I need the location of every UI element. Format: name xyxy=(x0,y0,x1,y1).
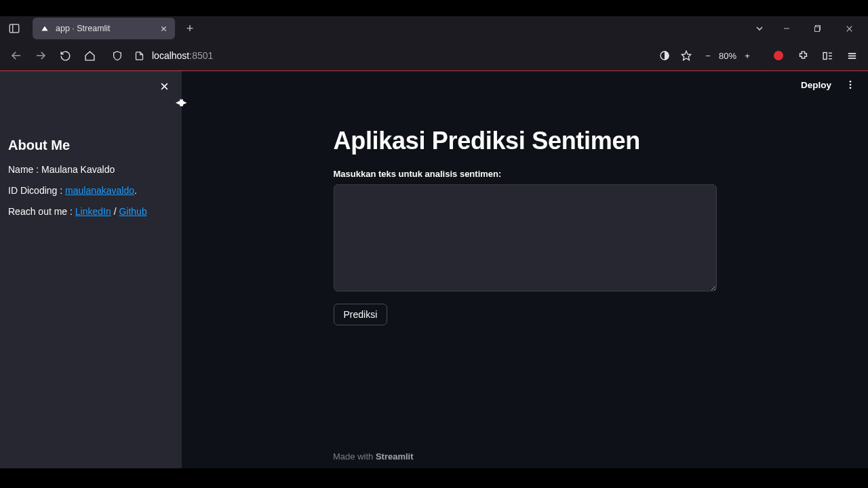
streamlit-main: Deploy Aplikasi Prediksi Sentimen Masukk… xyxy=(182,71,868,468)
svg-rect-6 xyxy=(815,27,820,32)
linkedin-link[interactable]: LinkedIn xyxy=(75,206,111,217)
bookmark-icon[interactable] xyxy=(677,46,696,65)
home-button[interactable] xyxy=(79,45,100,66)
extensions-icon[interactable] xyxy=(792,45,814,66)
url-text: localhost:8501 xyxy=(152,50,213,61)
back-button[interactable] xyxy=(5,45,27,66)
new-tab-button[interactable]: + xyxy=(180,19,199,38)
sidebar-heading: About Me xyxy=(8,138,171,153)
sentiment-textarea[interactable] xyxy=(334,184,717,291)
svg-point-22 xyxy=(850,81,852,83)
streamlit-favicon-icon xyxy=(39,23,50,34)
close-tab-icon[interactable] xyxy=(157,22,170,35)
close-window-button[interactable] xyxy=(834,18,864,39)
svg-point-24 xyxy=(850,87,852,89)
zoom-controls: − 80% + xyxy=(698,46,757,65)
zoom-out-button[interactable]: − xyxy=(698,46,717,65)
textarea-label: Masukkan teks untuk analisis sentimen: xyxy=(334,169,717,179)
reload-button[interactable] xyxy=(54,45,76,66)
deploy-button[interactable]: Deploy xyxy=(795,77,837,93)
streamlit-sidebar: ◂▮▸ About Me Name : Maulana Kavaldo ID D… xyxy=(0,71,182,468)
account-icon[interactable] xyxy=(816,45,838,66)
window-sidebar-icon[interactable] xyxy=(4,18,24,39)
sidebar-name: Name : Maulana Kavaldo xyxy=(8,163,171,177)
site-info-icon[interactable] xyxy=(130,47,148,64)
streamlit-menu-icon[interactable] xyxy=(842,77,859,93)
svg-point-23 xyxy=(850,84,852,86)
zoom-in-button[interactable]: + xyxy=(738,46,757,65)
sidebar-reach: Reach out me : LinkedIn / Github xyxy=(8,205,171,219)
github-link[interactable]: Github xyxy=(119,206,146,217)
forward-button[interactable] xyxy=(30,45,52,66)
app-menu-icon[interactable] xyxy=(841,45,863,66)
tabs-dropdown-icon[interactable] xyxy=(749,18,770,39)
predict-button[interactable]: Prediksi xyxy=(334,304,388,325)
minimize-button[interactable] xyxy=(772,18,802,39)
page-title: Aplikasi Prediksi Sentimen xyxy=(334,127,717,155)
reader-mode-icon[interactable] xyxy=(655,46,674,65)
browser-tab[interactable]: app · Streamlit xyxy=(33,18,175,39)
sidebar-id: ID Dicoding : maulanakavaldo. xyxy=(8,184,171,198)
tab-strip: app · Streamlit + xyxy=(0,16,868,41)
nav-toolbar: localhost:8501 − 80% + xyxy=(0,41,868,70)
streamlit-footer: Made with Streamlit xyxy=(333,451,414,462)
dicoding-link[interactable]: maulanakavaldo xyxy=(65,185,134,196)
svg-rect-0 xyxy=(9,24,19,33)
sidebar-close-icon[interactable] xyxy=(156,78,172,94)
browser-chrome: app · Streamlit + xyxy=(0,16,868,71)
page-viewport: ◂▮▸ About Me Name : Maulana Kavaldo ID D… xyxy=(0,71,868,468)
svg-rect-13 xyxy=(823,52,827,59)
tab-title: app · Streamlit xyxy=(56,24,152,33)
url-bar[interactable]: localhost:8501 − 80% + xyxy=(106,45,762,66)
shield-icon[interactable] xyxy=(108,47,126,64)
svg-marker-12 xyxy=(682,51,690,60)
maximize-button[interactable] xyxy=(803,18,833,39)
zoom-level: 80% xyxy=(719,51,736,61)
record-indicator-icon[interactable] xyxy=(768,45,789,66)
